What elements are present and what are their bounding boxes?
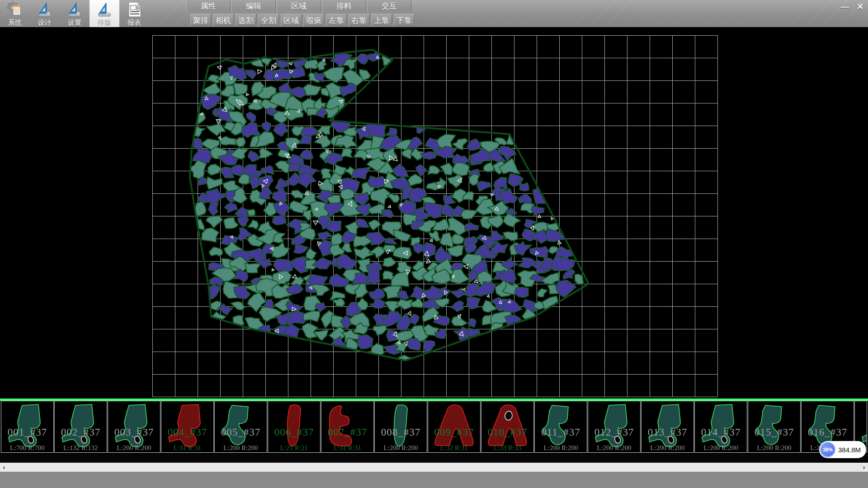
thumbnail-cell-12[interactable]: 012_#37 L:200 R:200 bbox=[588, 401, 641, 453]
nested-piece[interactable] bbox=[247, 209, 255, 216]
nested-piece[interactable] bbox=[291, 190, 303, 198]
nested-piece[interactable] bbox=[552, 256, 575, 271]
nested-piece[interactable] bbox=[368, 220, 381, 230]
mode-button-5[interactable]: 报表 bbox=[119, 0, 149, 27]
nested-piece[interactable] bbox=[193, 149, 212, 163]
thumbnail-cell-5[interactable]: 005_#37 L:200 R:200 bbox=[214, 401, 267, 453]
nested-piece[interactable] bbox=[273, 216, 286, 225]
menu-item-1[interactable]: 属性 bbox=[186, 0, 231, 12]
nested-piece[interactable] bbox=[428, 165, 440, 174]
nested-piece[interactable] bbox=[315, 302, 326, 312]
nested-piece[interactable] bbox=[248, 220, 258, 230]
nested-piece[interactable] bbox=[423, 243, 435, 260]
nested-piece[interactable] bbox=[245, 263, 261, 273]
mode-button-1[interactable]: 系统 bbox=[0, 0, 30, 27]
nested-piece[interactable] bbox=[519, 182, 529, 191]
nested-piece[interactable] bbox=[316, 125, 331, 134]
nested-piece[interactable] bbox=[514, 287, 528, 298]
menu-item-5[interactable]: 交互 bbox=[367, 0, 411, 12]
nested-piece[interactable] bbox=[370, 299, 385, 308]
nested-piece[interactable] bbox=[416, 164, 426, 176]
nested-piece[interactable] bbox=[452, 163, 470, 176]
nested-piece[interactable] bbox=[502, 257, 518, 268]
nested-piece[interactable] bbox=[300, 150, 313, 160]
minimize-button[interactable]: — bbox=[838, 1, 852, 12]
nested-piece[interactable] bbox=[531, 206, 544, 216]
horizontal-scrollbar[interactable]: ‹ › bbox=[0, 463, 868, 472]
tool-button-9[interactable]: 上靠 bbox=[371, 14, 392, 26]
nested-piece[interactable] bbox=[330, 292, 345, 300]
nested-piece[interactable] bbox=[477, 181, 491, 191]
nested-piece[interactable] bbox=[201, 94, 222, 110]
tool-button-8[interactable]: 右靠 bbox=[349, 14, 369, 26]
nested-piece[interactable] bbox=[448, 174, 462, 188]
thumbnail-cell-13[interactable]: 013_#37 L:200 R:200 bbox=[641, 401, 694, 453]
nested-piece[interactable] bbox=[259, 187, 272, 199]
tool-button-3[interactable]: 选割 bbox=[236, 14, 256, 26]
nested-piece[interactable] bbox=[556, 280, 576, 297]
nested-piece[interactable] bbox=[259, 147, 273, 158]
nested-piece[interactable] bbox=[410, 314, 419, 324]
thumbnail-cell-14[interactable]: 014_#37 L:200 R:200 bbox=[694, 401, 747, 453]
thumbnail-cell-11[interactable]: 011_#37 L:200 R:200 bbox=[534, 401, 587, 453]
nested-piece[interactable] bbox=[494, 177, 508, 189]
nested-piece[interactable] bbox=[221, 235, 237, 245]
tool-button-10[interactable]: 下靠 bbox=[394, 14, 415, 26]
nested-piece[interactable] bbox=[318, 231, 332, 240]
nested-piece[interactable] bbox=[530, 246, 549, 258]
nesting-canvas[interactable] bbox=[0, 27, 868, 399]
nested-piece[interactable] bbox=[450, 300, 464, 311]
nested-piece[interactable] bbox=[302, 323, 318, 338]
thumbnail-cell-6[interactable]: 006_#37 L:21 R:21 bbox=[268, 401, 321, 453]
thumbnail-cell-8[interactable]: 008_#37 L:200 R:200 bbox=[374, 401, 427, 453]
mode-button-3[interactable]: 设置 bbox=[60, 0, 90, 27]
tool-button-2[interactable]: 相机 bbox=[213, 14, 234, 26]
nested-piece[interactable] bbox=[259, 175, 273, 188]
mode-button-4[interactable]: 排版 bbox=[90, 0, 119, 27]
nested-piece[interactable] bbox=[303, 209, 312, 221]
nested-piece[interactable] bbox=[465, 223, 479, 231]
nested-piece[interactable] bbox=[393, 164, 408, 177]
nested-piece[interactable] bbox=[503, 232, 518, 241]
tool-button-7[interactable]: 左靠 bbox=[326, 14, 347, 26]
nested-piece[interactable] bbox=[233, 83, 247, 95]
nested-piece[interactable] bbox=[274, 122, 289, 136]
nested-piece[interactable] bbox=[398, 200, 415, 215]
nested-piece[interactable] bbox=[299, 174, 316, 188]
nested-piece[interactable] bbox=[246, 112, 256, 122]
nested-piece[interactable] bbox=[248, 151, 259, 162]
nested-piece[interactable] bbox=[451, 269, 469, 284]
nested-piece[interactable] bbox=[542, 272, 559, 285]
nested-piece[interactable] bbox=[224, 217, 238, 229]
nested-piece[interactable] bbox=[356, 219, 369, 227]
mode-button-2[interactable]: 设计 bbox=[30, 0, 60, 27]
nested-piece[interactable] bbox=[440, 163, 453, 175]
nested-piece[interactable] bbox=[575, 274, 584, 284]
thumbnail-cell-3[interactable]: 003_#37 L:200 R:200 bbox=[108, 401, 160, 453]
nested-piece[interactable] bbox=[369, 289, 384, 299]
thumbnail-cell-10[interactable]: 010_#37 L:33 R:33 bbox=[481, 401, 534, 453]
close-button[interactable]: ✕ bbox=[853, 1, 868, 12]
nested-piece[interactable] bbox=[396, 299, 412, 310]
nested-piece[interactable] bbox=[483, 162, 494, 172]
nested-piece[interactable] bbox=[467, 297, 480, 309]
nested-piece[interactable] bbox=[209, 247, 222, 256]
nested-piece[interactable] bbox=[205, 188, 228, 203]
nested-piece[interactable] bbox=[225, 203, 237, 212]
thumbnail-cell-2[interactable]: 002_#37 L:132 R:132 bbox=[54, 401, 107, 453]
menu-item-2[interactable]: 编辑 bbox=[231, 0, 276, 12]
nested-piece[interactable] bbox=[393, 230, 411, 241]
nested-piece[interactable] bbox=[383, 257, 396, 267]
nested-piece[interactable] bbox=[340, 83, 356, 97]
nested-piece[interactable] bbox=[382, 210, 394, 218]
nested-piece[interactable] bbox=[357, 334, 373, 348]
nested-piece[interactable] bbox=[461, 210, 478, 219]
menu-item-3[interactable]: 区域 bbox=[277, 0, 321, 12]
thumbnail-cell-1[interactable]: 001_#37 L:700 R:700 bbox=[1, 401, 54, 453]
nested-piece[interactable] bbox=[392, 271, 409, 287]
nested-piece[interactable] bbox=[467, 139, 481, 150]
nested-piece[interactable] bbox=[208, 202, 218, 216]
scrollbar-thumb[interactable] bbox=[8, 463, 860, 472]
nested-piece[interactable] bbox=[341, 149, 352, 158]
nested-piece[interactable] bbox=[262, 122, 271, 132]
